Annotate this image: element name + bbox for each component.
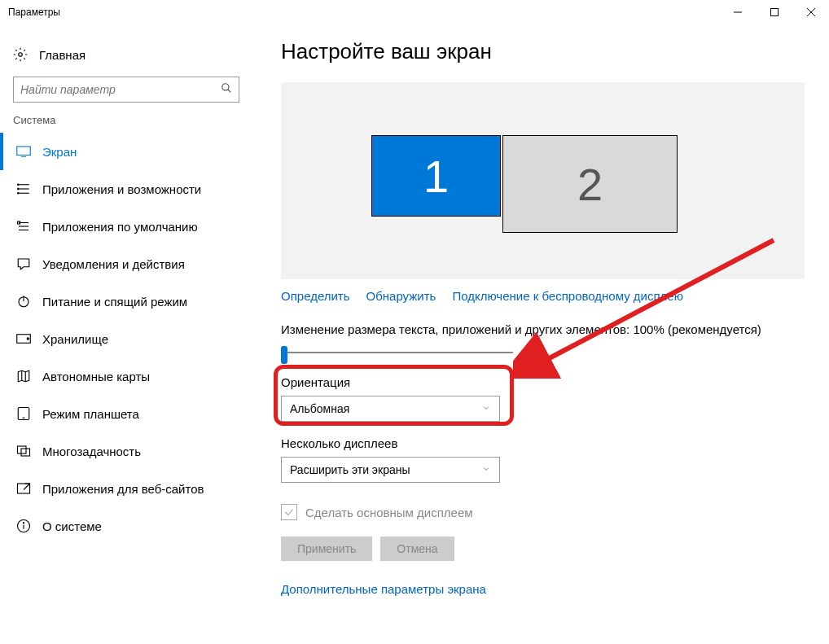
svg-rect-7 — [17, 147, 31, 156]
sidebar-item-label: О системе — [42, 519, 102, 533]
sidebar-item-storage[interactable]: Хранилище — [0, 320, 252, 357]
search-input[interactable] — [13, 77, 239, 103]
sidebar-item-tablet[interactable]: Режим планшета — [0, 395, 252, 432]
orientation-select[interactable]: Альбомная — [281, 396, 500, 422]
default-apps-icon — [16, 219, 31, 234]
advanced-link[interactable]: Дополнительные параметры экрана — [281, 582, 805, 596]
power-icon — [16, 294, 31, 309]
apps-icon — [16, 182, 31, 196]
notifications-icon — [16, 256, 31, 271]
cancel-button: Отмена — [380, 537, 454, 561]
svg-point-4 — [19, 53, 23, 57]
sidebar-item-label: Многозадачность — [42, 445, 141, 458]
search-icon — [221, 82, 232, 97]
sidebar-item-about[interactable]: О системе — [0, 507, 252, 545]
sidebar-item-maps[interactable]: Автономные карты — [0, 357, 252, 395]
storage-icon — [16, 331, 31, 346]
monitor-2[interactable]: 2 — [502, 135, 678, 233]
category-label: Система — [0, 114, 252, 133]
sidebar-item-label: Питание и спящий режим — [42, 295, 187, 309]
multi-displays-select[interactable]: Расширить эти экраны — [281, 457, 500, 483]
sidebar: Главная Система Экран Приложения и возмо… — [0, 24, 252, 644]
titlebar: Параметры — [0, 0, 829, 24]
sidebar-item-apps[interactable]: Приложения и возможности — [0, 170, 252, 208]
home-button[interactable]: Главная — [0, 39, 252, 70]
sidebar-item-label: Приложения по умолчанию — [42, 220, 198, 234]
sidebar-item-default-apps[interactable]: Приложения по умолчанию — [0, 208, 252, 245]
svg-line-6 — [228, 90, 231, 93]
tablet-icon — [16, 406, 31, 421]
apply-button: Применить — [281, 537, 372, 561]
identify-link[interactable]: Определить — [281, 289, 350, 303]
main-content: Настройте ваш экран 1 2 Определить Обнар… — [252, 24, 829, 644]
svg-rect-28 — [21, 449, 30, 456]
sidebar-item-multitask[interactable]: Многозадачность — [0, 432, 252, 470]
orientation-label: Ориентация — [281, 375, 805, 389]
svg-point-22 — [27, 338, 29, 340]
home-label: Главная — [39, 48, 86, 62]
make-primary-checkbox — [281, 504, 297, 520]
minimize-button[interactable] — [719, 0, 756, 24]
gear-icon — [13, 47, 28, 62]
make-primary-label: Сделать основным дисплеем — [305, 506, 473, 519]
sidebar-item-notifications[interactable]: Уведомления и действия — [0, 245, 252, 283]
svg-rect-27 — [18, 446, 27, 453]
sidebar-item-label: Приложения для веб-сайтов — [42, 482, 204, 496]
detect-link[interactable]: Обнаружить — [366, 289, 436, 303]
maps-icon — [16, 369, 31, 383]
scale-slider[interactable] — [281, 344, 513, 361]
svg-point-5 — [222, 84, 229, 90]
svg-rect-1 — [770, 9, 778, 16]
svg-point-33 — [23, 523, 24, 524]
monitor-1[interactable]: 1 — [371, 135, 501, 217]
window-title: Параметры — [8, 7, 60, 18]
sidebar-item-display[interactable]: Экран — [0, 133, 252, 170]
svg-line-30 — [24, 484, 30, 490]
page-title: Настройте ваш экран — [281, 39, 805, 64]
sidebar-item-label: Приложения и возможности — [42, 182, 201, 196]
sidebar-item-label: Экран — [42, 145, 77, 159]
chevron-down-icon — [481, 402, 491, 415]
sidebar-item-label: Режим планшета — [42, 407, 139, 421]
sidebar-item-label: Автономные карты — [42, 370, 150, 383]
sidebar-item-label: Уведомления и действия — [42, 257, 185, 271]
web-apps-icon — [16, 481, 31, 496]
display-icon — [16, 144, 31, 159]
chevron-down-icon — [481, 463, 491, 476]
wireless-link[interactable]: Подключение к беспроводному дисплею — [452, 289, 683, 303]
sidebar-item-label: Хранилище — [42, 332, 108, 346]
scale-label: Изменение размера текста, приложений и д… — [281, 322, 805, 336]
about-icon — [16, 519, 31, 533]
multitask-icon — [16, 444, 31, 458]
display-preview[interactable]: 1 2 — [281, 82, 805, 279]
maximize-button[interactable] — [756, 0, 792, 24]
multi-displays-label: Несколько дисплеев — [281, 436, 805, 450]
close-button[interactable] — [792, 0, 829, 24]
sidebar-item-power[interactable]: Питание и спящий режим — [0, 283, 252, 320]
sidebar-item-web-apps[interactable]: Приложения для веб-сайтов — [0, 470, 252, 507]
